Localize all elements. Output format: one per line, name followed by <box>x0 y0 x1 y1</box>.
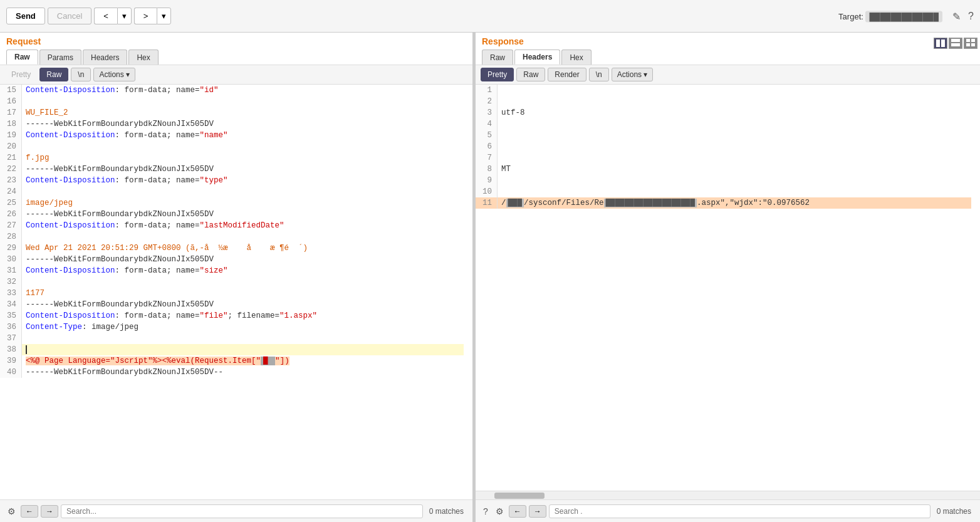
table-row: 20 <box>0 141 464 152</box>
request-search-input[interactable] <box>61 504 423 518</box>
actions-chevron-icon: ▾ <box>126 70 130 79</box>
request-sub-toolbar: Pretty Raw \n Actions ▾ <box>0 65 472 85</box>
table-row: 4 <box>476 118 971 130</box>
request-title: Request <box>6 36 466 46</box>
response-actions-chevron-icon: ▾ <box>644 70 647 79</box>
prev-nav-group: < ▾ <box>94 8 132 24</box>
response-pane: Response Raw Headers Hex Pretty Raw Rend… <box>476 33 980 522</box>
response-header: Response Raw Headers Hex <box>476 33 980 65</box>
request-header: Request Raw Params Headers Hex <box>0 33 472 65</box>
response-search-next[interactable]: → <box>529 505 546 518</box>
table-row: 37 <box>0 333 464 344</box>
response-h-scrollbar[interactable] <box>476 491 980 499</box>
top-toolbar: Send Cancel < ▾ > ▾ Target: ████████████… <box>0 0 980 33</box>
tab-request-headers[interactable]: Headers <box>83 50 127 65</box>
response-actions-btn[interactable]: Actions ▾ <box>612 68 653 81</box>
request-ln-btn[interactable]: \n <box>71 68 91 81</box>
table-row: 17 WU_FILE_2 <box>0 107 464 118</box>
prev-dropdown-button[interactable]: ▾ <box>117 8 132 24</box>
layout-split-btn[interactable] <box>934 38 947 49</box>
table-row: 32 <box>0 276 464 288</box>
request-actions-btn[interactable]: Actions ▾ <box>93 68 135 81</box>
request-tabs: Raw Params Headers Hex <box>6 50 466 65</box>
request-help-icon[interactable]: ⚙ <box>5 505 18 518</box>
svg-rect-6 <box>966 43 970 46</box>
response-tabs: Raw Headers Hex <box>482 50 974 65</box>
request-search-prev[interactable]: ← <box>21 505 38 518</box>
response-render-btn[interactable]: Render <box>548 68 586 81</box>
table-row: 5 <box>476 130 971 141</box>
request-raw-btn[interactable]: Raw <box>39 68 68 81</box>
layout-toggle-group <box>934 38 977 49</box>
response-settings-icon[interactable]: ⚙ <box>493 505 506 518</box>
table-row: 15 Content-Disposition: form-data; name=… <box>0 85 464 96</box>
table-row: 23 Content-Disposition: form-data; name=… <box>0 175 464 186</box>
table-row: 6 <box>476 141 971 152</box>
svg-rect-2 <box>951 39 960 42</box>
svg-rect-3 <box>951 43 960 46</box>
table-row: 36 Content-Type: image/jpeg <box>0 321 464 333</box>
send-button[interactable]: Send <box>6 8 45 24</box>
next-button[interactable]: > <box>134 8 157 24</box>
response-ln-btn[interactable]: \n <box>589 68 609 81</box>
table-row: 19 Content-Disposition: form-data; name=… <box>0 130 464 141</box>
table-row: 16 <box>0 96 464 107</box>
target-label: Target: █████████████ <box>838 11 942 21</box>
tab-response-headers[interactable]: Headers <box>514 50 560 65</box>
table-row: 34 ------WebKitFormBoundarybdkZNounJIx50… <box>0 299 464 310</box>
request-search-next[interactable]: → <box>41 505 58 518</box>
tab-request-hex[interactable]: Hex <box>128 50 158 65</box>
table-row: 28 <box>0 231 464 243</box>
response-raw-btn[interactable]: Raw <box>516 68 545 81</box>
target-value: █████████████ <box>865 11 942 22</box>
layout-split-icon <box>936 39 945 47</box>
response-content[interactable]: 1 2 3 utf-8 4 5 6 <box>476 85 980 491</box>
next-dropdown-button[interactable]: ▾ <box>157 8 171 24</box>
table-row: 11 /███/sysconf/Files/Re████████████████… <box>476 197 971 209</box>
layout-cols-btn[interactable] <box>949 38 962 49</box>
request-search-bar: ⚙ ← → 0 matches <box>0 499 472 522</box>
response-title: Response <box>482 36 974 46</box>
table-row: 1 <box>476 85 971 96</box>
svg-rect-1 <box>941 39 945 47</box>
response-search-input[interactable] <box>549 504 930 518</box>
prev-button[interactable]: < <box>94 8 117 24</box>
table-row: 9 <box>476 175 971 186</box>
tab-response-hex[interactable]: Hex <box>561 50 591 65</box>
table-row: 39 <%@ Page Language="Jscript"%><%eval(R… <box>0 355 464 367</box>
help-icon[interactable]: ? <box>967 9 975 23</box>
response-search-prev[interactable]: ← <box>509 505 526 518</box>
tab-response-raw[interactable]: Raw <box>482 50 513 65</box>
svg-rect-7 <box>971 43 975 46</box>
svg-rect-5 <box>971 39 975 42</box>
table-row: 27 Content-Disposition: form-data; name=… <box>0 220 464 231</box>
response-help-icon[interactable]: ? <box>481 505 491 518</box>
edit-icon[interactable]: ✎ <box>951 9 962 23</box>
table-row: 3 utf-8 <box>476 107 971 118</box>
response-pretty-btn[interactable]: Pretty <box>481 68 514 81</box>
request-matches-badge: 0 matches <box>425 507 467 516</box>
cancel-button[interactable]: Cancel <box>48 8 91 24</box>
response-search-bar: ? ⚙ ← → 0 matches <box>476 499 980 522</box>
table-row: 26 ------WebKitFormBoundarybdkZNounJIx50… <box>0 209 464 220</box>
main-split: Request Raw Params Headers Hex Pretty Ra… <box>0 33 980 522</box>
layout-grid-btn[interactable] <box>964 38 977 49</box>
table-row: 22 ------WebKitFormBoundarybdkZNounJIx50… <box>0 164 464 175</box>
svg-rect-4 <box>966 39 970 42</box>
target-icons: ✎ ? <box>951 9 975 23</box>
tab-request-raw[interactable]: Raw <box>6 50 38 65</box>
next-nav-group: > ▾ <box>134 8 172 24</box>
svg-rect-0 <box>936 39 940 47</box>
table-row: 8 MT <box>476 164 971 175</box>
table-row: 38 <box>0 344 464 355</box>
request-pretty-btn[interactable]: Pretty <box>5 68 37 81</box>
table-row: 29 Wed Apr 21 2021 20:51:29 GMT+0800 (ã,… <box>0 243 464 254</box>
table-row: 21 f.jpg <box>0 152 464 164</box>
h-scroll-thumb <box>494 493 545 499</box>
table-row: 7 <box>476 152 971 164</box>
table-row: 18 ------WebKitFormBoundarybdkZNounJIx50… <box>0 118 464 130</box>
response-matches-badge: 0 matches <box>933 507 975 516</box>
tab-request-params[interactable]: Params <box>39 50 81 65</box>
request-content[interactable]: 15 Content-Disposition: form-data; name=… <box>0 85 472 499</box>
request-pane: Request Raw Params Headers Hex Pretty Ra… <box>0 33 473 522</box>
